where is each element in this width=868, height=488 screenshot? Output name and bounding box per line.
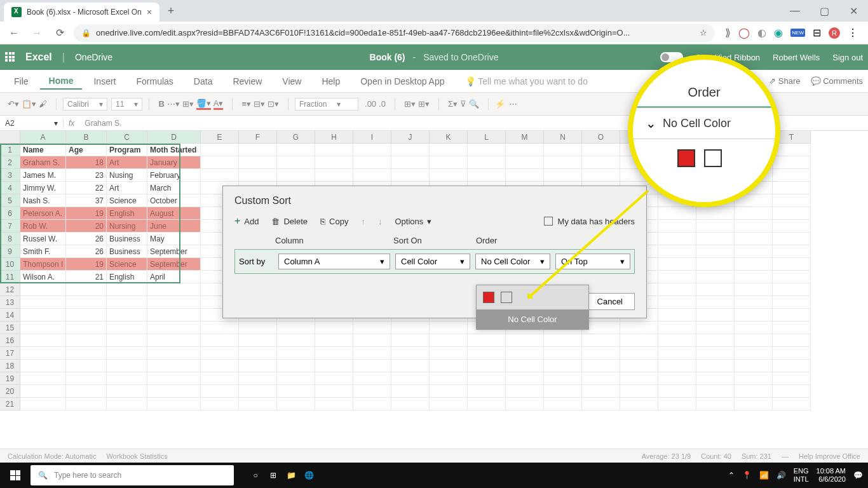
cell[interactable] bbox=[582, 334, 620, 347]
reload-button[interactable]: ⟳ bbox=[51, 24, 69, 42]
size-select[interactable]: 11▾ bbox=[111, 98, 142, 111]
cell[interactable] bbox=[773, 194, 811, 207]
ideas-icon[interactable]: ⚡ bbox=[495, 99, 505, 109]
row-header[interactable]: 18 bbox=[0, 360, 20, 372]
cell[interactable] bbox=[107, 398, 147, 410]
forward-button[interactable]: → bbox=[28, 24, 46, 42]
cell[interactable] bbox=[735, 334, 773, 347]
paintbrush-icon[interactable]: 🖌 bbox=[39, 99, 47, 109]
cell[interactable] bbox=[353, 156, 391, 169]
back-button[interactable]: ← bbox=[5, 24, 23, 42]
cell[interactable] bbox=[735, 283, 773, 296]
help-improve[interactable]: Help Improve Office bbox=[799, 452, 860, 460]
cell[interactable] bbox=[239, 156, 277, 169]
cell[interactable] bbox=[773, 156, 811, 169]
column-header[interactable]: A bbox=[20, 131, 66, 144]
cell[interactable] bbox=[735, 372, 773, 385]
cell[interactable] bbox=[147, 296, 201, 309]
row-header[interactable]: 13 bbox=[0, 296, 20, 309]
file-explorer-icon[interactable]: 📁 bbox=[282, 466, 300, 484]
cell[interactable] bbox=[277, 360, 315, 372]
cell[interactable] bbox=[20, 283, 66, 296]
cell[interactable] bbox=[201, 347, 239, 360]
options-button[interactable]: Options▾ bbox=[395, 217, 431, 226]
wrap-icon[interactable]: ⊡▾ bbox=[268, 99, 279, 109]
cell[interactable] bbox=[353, 360, 391, 372]
share-button[interactable]: ⇗ Share bbox=[769, 76, 800, 86]
cell[interactable] bbox=[239, 334, 277, 347]
cell[interactable] bbox=[696, 322, 735, 334]
select-all-corner[interactable] bbox=[0, 131, 20, 144]
cell[interactable] bbox=[66, 322, 107, 334]
cell[interactable] bbox=[620, 334, 658, 347]
cell[interactable] bbox=[201, 360, 239, 372]
cell[interactable] bbox=[430, 156, 468, 169]
cell[interactable] bbox=[391, 322, 430, 334]
cell[interactable] bbox=[147, 334, 201, 347]
cell[interactable] bbox=[735, 207, 773, 220]
ext-icon[interactable]: ◐ bbox=[757, 27, 766, 39]
cell[interactable] bbox=[277, 372, 315, 385]
column-header[interactable]: G bbox=[277, 131, 315, 144]
column-header[interactable]: F bbox=[239, 131, 277, 144]
cell[interactable] bbox=[544, 169, 582, 182]
cell[interactable] bbox=[20, 360, 66, 372]
cell[interactable] bbox=[620, 322, 658, 334]
row-header[interactable]: 15 bbox=[0, 322, 20, 334]
name-box[interactable]: A2▾ bbox=[0, 119, 64, 128]
fx-icon[interactable]: fx bbox=[64, 119, 79, 128]
cells-icon[interactable]: ⊞▾ bbox=[418, 99, 430, 109]
cell[interactable] bbox=[147, 398, 201, 410]
cell[interactable] bbox=[696, 245, 735, 258]
cell[interactable] bbox=[696, 360, 735, 372]
minimize-button[interactable]: — bbox=[780, 0, 810, 22]
cell[interactable] bbox=[468, 156, 506, 169]
font-select[interactable]: Calibri▾ bbox=[63, 98, 107, 111]
cell[interactable] bbox=[391, 144, 430, 156]
cell[interactable] bbox=[201, 334, 239, 347]
cell[interactable] bbox=[391, 334, 430, 347]
cell[interactable] bbox=[391, 360, 430, 372]
cell[interactable] bbox=[20, 309, 66, 322]
headers-checkbox[interactable]: My data has headers bbox=[544, 217, 635, 226]
cell[interactable] bbox=[201, 385, 239, 398]
profile-avatar[interactable]: R bbox=[829, 27, 840, 39]
cell[interactable] bbox=[315, 322, 353, 334]
cell[interactable] bbox=[201, 144, 239, 156]
cell[interactable] bbox=[277, 144, 315, 156]
new-tab-button[interactable]: + bbox=[162, 2, 180, 20]
color-swatch-red[interactable] bbox=[483, 292, 494, 303]
column-header[interactable]: J bbox=[391, 131, 430, 144]
start-button[interactable] bbox=[0, 463, 31, 488]
task-view-icon[interactable]: ⊞ bbox=[264, 466, 282, 484]
cell[interactable] bbox=[696, 347, 735, 360]
column-header[interactable]: M bbox=[506, 131, 544, 144]
cell[interactable] bbox=[107, 283, 147, 296]
cell[interactable] bbox=[582, 156, 620, 169]
cell[interactable] bbox=[620, 398, 658, 410]
cell[interactable] bbox=[658, 258, 696, 271]
cell[interactable] bbox=[544, 156, 582, 169]
cell[interactable] bbox=[353, 334, 391, 347]
cell[interactable] bbox=[147, 372, 201, 385]
color-swatch-white[interactable] bbox=[501, 292, 512, 303]
cell[interactable] bbox=[735, 347, 773, 360]
cell[interactable] bbox=[658, 347, 696, 360]
cell[interactable] bbox=[20, 322, 66, 334]
cell[interactable] bbox=[506, 347, 544, 360]
column-header[interactable]: K bbox=[430, 131, 468, 144]
cell[interactable] bbox=[773, 283, 811, 296]
cell[interactable] bbox=[239, 347, 277, 360]
cell[interactable] bbox=[696, 309, 735, 322]
chrome-icon[interactable]: 🌐 bbox=[300, 466, 318, 484]
row-header[interactable]: 14 bbox=[0, 309, 20, 322]
row-header[interactable]: 17 bbox=[0, 347, 20, 360]
cell[interactable] bbox=[315, 372, 353, 385]
font-color-icon[interactable]: A▾ bbox=[214, 98, 224, 110]
cell[interactable] bbox=[391, 398, 430, 410]
cell[interactable] bbox=[66, 360, 107, 372]
no-cell-color-option[interactable]: No Cell Color bbox=[477, 309, 588, 329]
cell[interactable] bbox=[430, 385, 468, 398]
cell[interactable] bbox=[20, 372, 66, 385]
cell[interactable] bbox=[773, 182, 811, 194]
